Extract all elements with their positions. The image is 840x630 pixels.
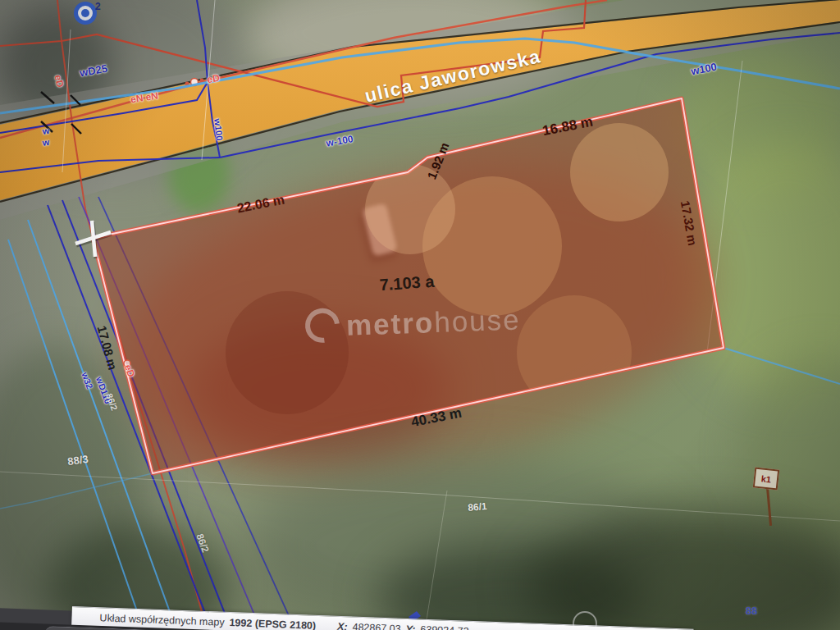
pole-number: 2 bbox=[95, 2, 101, 11]
crs-value: 1992 (EPSG 2180) bbox=[229, 617, 316, 630]
label-w-tick-2: w bbox=[42, 138, 50, 148]
watermark-light: house bbox=[434, 303, 522, 338]
label-w100-vertical: w100 bbox=[212, 118, 224, 141]
parcel-label: 86/1 bbox=[468, 501, 487, 513]
water-line-dark bbox=[197, 0, 208, 82]
parcel-label: 88 bbox=[746, 605, 757, 616]
boundary-line bbox=[724, 348, 840, 384]
label-ed-road: eD bbox=[206, 73, 220, 84]
label-ed-vertical: eD bbox=[53, 74, 66, 89]
label-w-tick-1: w bbox=[42, 126, 50, 136]
watermark-bold: metro bbox=[345, 306, 435, 341]
k1-label: k1 bbox=[760, 473, 771, 484]
coord-y-value: 639024.73 bbox=[420, 623, 469, 630]
map-canvas[interactable]: 2 ulica Jaworowska 22.06 m 1.92 m 16.88 … bbox=[0, 0, 840, 630]
coord-y-label: Y: bbox=[405, 623, 415, 630]
parcel-label: 88/3 bbox=[67, 454, 89, 467]
crs-label: Układ współrzędnych mapy bbox=[99, 612, 225, 628]
k1-sign: k1 bbox=[753, 468, 779, 491]
plot-area: 7.103 a bbox=[379, 273, 435, 294]
utility-pole-icon bbox=[74, 2, 97, 25]
coord-x-label: X: bbox=[337, 620, 348, 630]
coord-x-value: 482867.03 bbox=[352, 621, 401, 630]
